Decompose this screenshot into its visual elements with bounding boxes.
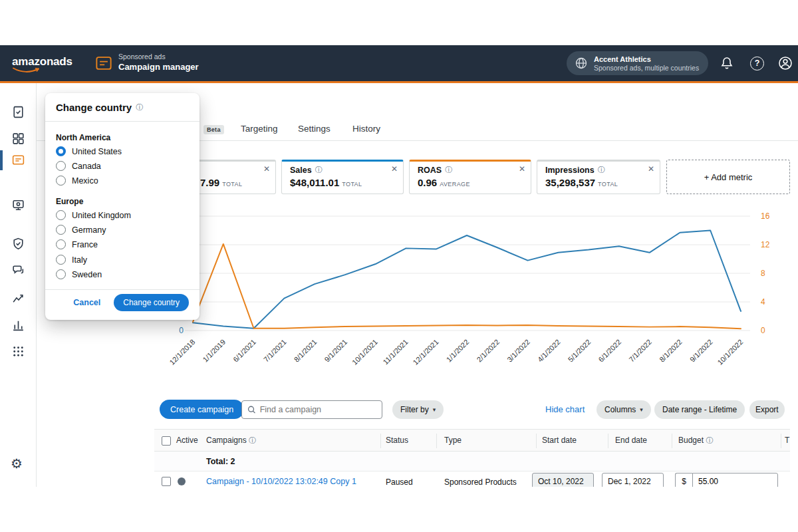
- filter-by-button[interactable]: Filter by ▾: [392, 400, 444, 419]
- x-axis-tick: 3/1/2022: [505, 338, 531, 364]
- close-icon[interactable]: ✕: [648, 164, 654, 174]
- info-icon: ⓘ: [445, 165, 452, 175]
- country-option-united-kingdom[interactable]: United Kingdom: [56, 210, 131, 220]
- campaign-type: Sponsored Products: [444, 477, 517, 487]
- campaign-manager-app-icon: [95, 55, 112, 72]
- country-option-france[interactable]: France: [56, 239, 98, 249]
- select-all-checkbox[interactable]: [162, 436, 171, 446]
- shield-check-icon: [11, 237, 25, 251]
- hide-chart-link[interactable]: Hide chart: [545, 404, 585, 414]
- sidebar-item-insights[interactable]: [11, 291, 25, 305]
- radio-icon: [56, 239, 66, 249]
- country-option-mexico[interactable]: Mexico: [56, 176, 98, 186]
- table-total-row: Total: 2: [154, 452, 790, 471]
- x-axis-tick: 6/1/2021: [231, 338, 257, 364]
- search-icon: [247, 405, 256, 414]
- tab-beta[interactable]: Beta: [203, 124, 224, 134]
- campaign-status: Paused: [386, 477, 413, 487]
- date-range-button[interactable]: Date range - Lifetime: [654, 400, 745, 419]
- navbar-accent-bar: [0, 81, 798, 83]
- info-icon: ⓘ: [598, 165, 605, 175]
- country-option-united-states[interactable]: United States: [56, 146, 122, 156]
- right-axis-tick: 16: [761, 211, 770, 221]
- campaign-search[interactable]: [241, 400, 382, 419]
- account-name: Accent Athletics: [594, 55, 699, 64]
- tab-history[interactable]: History: [352, 124, 380, 134]
- metric-unit: TOTAL: [598, 181, 618, 188]
- metric-value: 0.96: [418, 177, 437, 188]
- sidebar-item-brand-protection[interactable]: [11, 237, 25, 251]
- col-end-date: End date: [615, 430, 647, 451]
- close-icon[interactable]: ✕: [263, 164, 270, 174]
- dots-grid-icon: [11, 344, 25, 358]
- country-option-sweden[interactable]: Sweden: [56, 269, 102, 279]
- amazon-smile-icon: [12, 67, 43, 73]
- cancel-button[interactable]: Cancel: [73, 298, 100, 307]
- active-nav-indicator: [0, 150, 3, 170]
- search-input[interactable]: [260, 405, 376, 414]
- sidebar-item-dashboard[interactable]: [11, 132, 25, 146]
- sidebar-item-apps[interactable]: [11, 344, 25, 358]
- sidebar-item-sponsored-display[interactable]: [11, 198, 25, 212]
- col-active: Active: [176, 430, 198, 451]
- sidebar-item-review[interactable]: [11, 105, 25, 119]
- x-axis-tick: 5/1/2022: [567, 338, 593, 364]
- sidebar-item-campaign-manager[interactable]: [11, 153, 25, 167]
- country-option-italy[interactable]: Italy: [56, 255, 87, 265]
- col-campaigns: Campaigns ⓘ: [206, 430, 256, 451]
- sidebar-item-messages[interactable]: [11, 263, 25, 277]
- radio-icon: [56, 161, 66, 171]
- chevron-down-icon: ▾: [433, 406, 436, 413]
- info-icon: ⓘ: [706, 436, 713, 444]
- notifications-button[interactable]: [720, 56, 734, 70]
- col-type: Type: [444, 430, 462, 451]
- x-axis-tick: 8/1/2022: [658, 338, 684, 364]
- info-icon: ⓘ: [136, 102, 143, 112]
- help-icon[interactable]: ?: [750, 57, 764, 70]
- metric-card-roas[interactable]: ROASⓘ 0.96AVERAGE ✕: [409, 160, 531, 194]
- create-campaign-button[interactable]: Create campaign: [160, 400, 244, 419]
- row-checkbox[interactable]: [162, 477, 171, 486]
- chevron-down-icon: ▾: [640, 406, 643, 413]
- country-option-canada[interactable]: Canada: [56, 161, 101, 171]
- sidebar-item-reports[interactable]: [11, 318, 25, 332]
- close-icon[interactable]: ✕: [391, 164, 398, 174]
- metric-card-sales[interactable]: Salesⓘ $48,011.01TOTAL ✕: [281, 160, 404, 194]
- columns-button[interactable]: Columns ▾: [597, 400, 651, 419]
- metric-value: 35,298,537: [545, 177, 595, 188]
- series-roas: [193, 244, 741, 329]
- product-title: Sponsored ads Campaign manager: [118, 53, 199, 73]
- tab-settings[interactable]: Settings: [298, 124, 331, 134]
- modal-title: Change countryⓘ: [56, 102, 143, 113]
- change-country-button[interactable]: Change country: [114, 294, 189, 311]
- x-axis-tick: 6/1/2022: [597, 338, 623, 364]
- export-button[interactable]: Export: [749, 400, 785, 419]
- filter-by-label: Filter by: [400, 405, 429, 414]
- metric-card-impressions[interactable]: Impressionsⓘ 35,298,537TOTAL ✕: [537, 160, 660, 194]
- x-axis-tick: 1/1/2019: [201, 338, 227, 364]
- profile-button[interactable]: [778, 56, 793, 70]
- performance-line-chart: 1612840012/1/20181/1/20196/1/20217/1/202…: [153, 196, 791, 389]
- col-cut: T: [785, 430, 789, 451]
- right-axis-tick: 0: [761, 326, 765, 335]
- x-axis-tick: 4/1/2022: [536, 338, 562, 364]
- metric-unit: TOTAL: [342, 181, 362, 188]
- table-header: Active Campaigns ⓘ Status Type Start dat…: [154, 429, 790, 452]
- add-metric-button[interactable]: + Add metric: [666, 160, 790, 194]
- account-switcher[interactable]: Accent Athletics Sponsored ads, multiple…: [567, 51, 708, 75]
- display-screen-icon: [11, 198, 25, 212]
- right-axis-tick: 8: [761, 269, 765, 278]
- campaign-name-link[interactable]: Campaign - 10/10/2022 13:02:49 Copy 1: [206, 477, 356, 486]
- metric-value: 7.99: [200, 177, 219, 188]
- amazon-ads-logo[interactable]: amazonads: [12, 55, 72, 73]
- x-axis-tick: 10/1/2021: [350, 338, 379, 366]
- tab-targeting[interactable]: Targeting: [241, 124, 278, 134]
- close-icon[interactable]: ✕: [519, 164, 525, 174]
- viewport-crop-mask: [0, 487, 798, 532]
- campaign-manager-icon: [11, 153, 25, 167]
- trend-line-icon: [11, 291, 25, 305]
- modal-footer: Cancel Change country: [56, 294, 189, 311]
- country-option-germany[interactable]: Germany: [56, 225, 106, 235]
- settings-gear-icon[interactable]: ⚙: [11, 456, 23, 471]
- metric-label: Impressions: [545, 166, 595, 175]
